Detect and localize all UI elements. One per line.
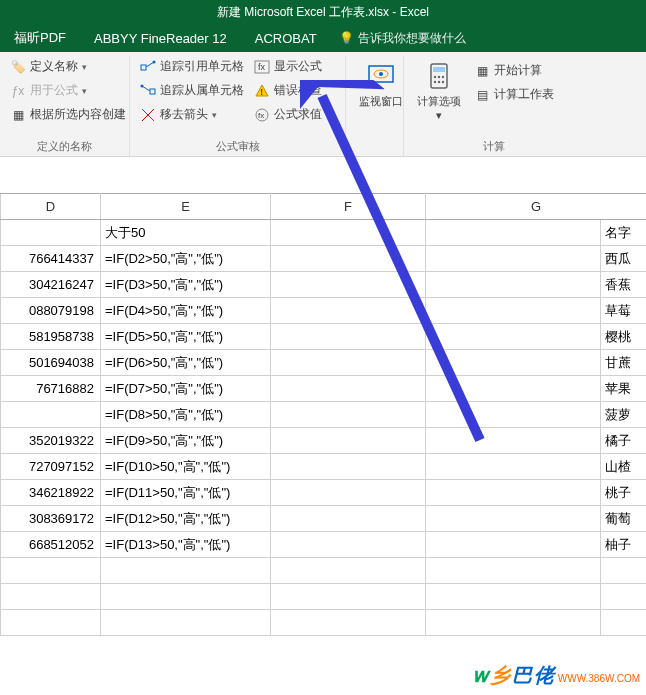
cell[interactable] bbox=[1, 610, 101, 636]
cell[interactable] bbox=[271, 532, 426, 558]
cell[interactable] bbox=[1, 402, 101, 428]
cell[interactable] bbox=[426, 324, 601, 350]
cell[interactable]: =IF(D6>50,"高","低") bbox=[101, 350, 271, 376]
table-row[interactable] bbox=[1, 584, 647, 610]
cell[interactable]: 柚子 bbox=[601, 532, 647, 558]
cell[interactable] bbox=[426, 428, 601, 454]
cell[interactable]: =IF(D9>50,"高","低") bbox=[101, 428, 271, 454]
remove-arrows-button[interactable]: 移去箭头 ▾ bbox=[136, 104, 248, 125]
cell[interactable] bbox=[1, 220, 101, 246]
tab-foxit[interactable]: 福昕PDF bbox=[8, 25, 72, 51]
cell[interactable] bbox=[426, 272, 601, 298]
cell[interactable]: 088079198 bbox=[1, 298, 101, 324]
cell[interactable] bbox=[101, 610, 271, 636]
cell[interactable]: 菠萝 bbox=[601, 402, 647, 428]
table-row[interactable]: =IF(D8>50,"高","低")菠萝 bbox=[1, 402, 647, 428]
cell[interactable]: =IF(D4>50,"高","低") bbox=[101, 298, 271, 324]
watch-window-button[interactable]: 监视窗口 bbox=[352, 56, 410, 113]
table-row[interactable]: 304216247=IF(D3>50,"高","低")香蕉 bbox=[1, 272, 647, 298]
show-formulas-button[interactable]: fx 显示公式 bbox=[250, 56, 326, 77]
cell[interactable] bbox=[1, 558, 101, 584]
cell[interactable]: =IF(D5>50,"高","低") bbox=[101, 324, 271, 350]
cell[interactable] bbox=[426, 350, 601, 376]
error-check-button[interactable]: ! 错误检查 bbox=[250, 80, 326, 101]
cell[interactable]: 名字 bbox=[601, 220, 647, 246]
cell[interactable] bbox=[271, 246, 426, 272]
table-row[interactable]: 727097152=IF(D10>50,"高","低")山楂 bbox=[1, 454, 647, 480]
cell[interactable] bbox=[271, 272, 426, 298]
col-header-F[interactable]: F bbox=[271, 194, 426, 220]
table-row[interactable]: 76716882=IF(D7>50,"高","低")苹果 bbox=[1, 376, 647, 402]
cell[interactable] bbox=[101, 558, 271, 584]
column-header-row[interactable]: D E F G bbox=[1, 194, 647, 220]
cell[interactable] bbox=[426, 246, 601, 272]
table-row[interactable] bbox=[1, 610, 647, 636]
calc-sheet-button[interactable]: ▤ 计算工作表 bbox=[470, 84, 558, 105]
cell[interactable] bbox=[101, 584, 271, 610]
cell[interactable]: 766414337 bbox=[1, 246, 101, 272]
tab-abbyy[interactable]: ABBYY FineReader 12 bbox=[88, 27, 233, 50]
cell[interactable] bbox=[271, 402, 426, 428]
cell[interactable]: 草莓 bbox=[601, 298, 647, 324]
cell[interactable]: 668512052 bbox=[1, 532, 101, 558]
spreadsheet-grid[interactable]: D E F G 大于50 名字 766414337=IF(D2>50,"高","… bbox=[0, 193, 646, 636]
cell[interactable]: 304216247 bbox=[1, 272, 101, 298]
cell[interactable]: 桃子 bbox=[601, 480, 647, 506]
cell[interactable] bbox=[426, 402, 601, 428]
cell[interactable]: 苹果 bbox=[601, 376, 647, 402]
cell[interactable]: 山楂 bbox=[601, 454, 647, 480]
define-name-button[interactable]: 🏷️ 定义名称 ▾ bbox=[6, 56, 130, 77]
table-row[interactable]: 766414337=IF(D2>50,"高","低")西瓜 bbox=[1, 246, 647, 272]
calc-now-button[interactable]: ▦ 开始计算 bbox=[470, 60, 558, 81]
cell[interactable]: 308369172 bbox=[1, 506, 101, 532]
cell[interactable] bbox=[271, 350, 426, 376]
table-row[interactable]: 088079198=IF(D4>50,"高","低")草莓 bbox=[1, 298, 647, 324]
table-row[interactable]: 581958738=IF(D5>50,"高","低")樱桃 bbox=[1, 324, 647, 350]
cell[interactable]: =IF(D8>50,"高","低") bbox=[101, 402, 271, 428]
cell[interactable] bbox=[426, 480, 601, 506]
table-row[interactable]: 501694038=IF(D6>50,"高","低")甘蔗 bbox=[1, 350, 647, 376]
cell[interactable]: 甘蔗 bbox=[601, 350, 647, 376]
table-row[interactable] bbox=[1, 558, 647, 584]
table-row[interactable]: 346218922=IF(D11>50,"高","低")桃子 bbox=[1, 480, 647, 506]
cell[interactable]: 501694038 bbox=[1, 350, 101, 376]
cell[interactable]: 581958738 bbox=[1, 324, 101, 350]
table-row[interactable]: 大于50 名字 bbox=[1, 220, 647, 246]
create-from-selection-button[interactable]: ▦ 根据所选内容创建 bbox=[6, 104, 130, 125]
cell[interactable] bbox=[426, 376, 601, 402]
cell[interactable]: =IF(D7>50,"高","低") bbox=[101, 376, 271, 402]
table-row[interactable]: 352019322=IF(D9>50,"高","低")橘子 bbox=[1, 428, 647, 454]
cell[interactable] bbox=[271, 610, 426, 636]
table-row[interactable]: 308369172=IF(D12>50,"高","低")葡萄 bbox=[1, 506, 647, 532]
cell[interactable] bbox=[271, 584, 426, 610]
col-header-E[interactable]: E bbox=[101, 194, 271, 220]
cell[interactable] bbox=[271, 298, 426, 324]
cell[interactable] bbox=[426, 506, 601, 532]
cell[interactable] bbox=[271, 324, 426, 350]
cell[interactable] bbox=[426, 610, 601, 636]
calc-options-button[interactable]: 计算选项 ▾ bbox=[410, 56, 468, 126]
cell[interactable] bbox=[601, 558, 647, 584]
cell[interactable] bbox=[271, 506, 426, 532]
cell[interactable]: 727097152 bbox=[1, 454, 101, 480]
cell[interactable] bbox=[271, 558, 426, 584]
cell[interactable]: 76716882 bbox=[1, 376, 101, 402]
cell[interactable] bbox=[426, 532, 601, 558]
cell[interactable] bbox=[271, 376, 426, 402]
cell[interactable] bbox=[426, 454, 601, 480]
cell[interactable] bbox=[271, 428, 426, 454]
cell[interactable]: =IF(D10>50,"高","低") bbox=[101, 454, 271, 480]
tell-me-box[interactable]: 💡 告诉我你想要做什么 bbox=[339, 30, 466, 47]
cell[interactable] bbox=[271, 454, 426, 480]
cell[interactable]: 大于50 bbox=[101, 220, 271, 246]
table-row[interactable]: 668512052=IF(D13>50,"高","低")柚子 bbox=[1, 532, 647, 558]
cell[interactable]: 346218922 bbox=[1, 480, 101, 506]
cell[interactable]: =IF(D13>50,"高","低") bbox=[101, 532, 271, 558]
cell[interactable]: 橘子 bbox=[601, 428, 647, 454]
col-header-D[interactable]: D bbox=[1, 194, 101, 220]
cell[interactable] bbox=[426, 558, 601, 584]
cell[interactable]: 西瓜 bbox=[601, 246, 647, 272]
cell[interactable] bbox=[271, 220, 426, 246]
cell[interactable]: 樱桃 bbox=[601, 324, 647, 350]
trace-dependents-button[interactable]: 追踪从属单元格 bbox=[136, 80, 248, 101]
